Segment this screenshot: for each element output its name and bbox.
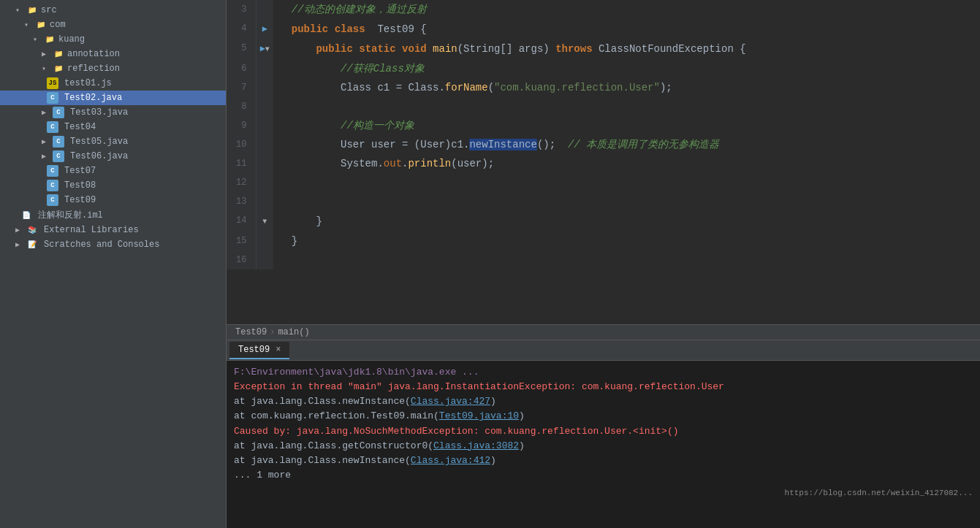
code-table: 3 //动态的创建对象，通过反射 4 ▶ public class Test09… (227, 0, 980, 269)
table-row: 11 System.out.println(user); (227, 154, 980, 173)
keyword-void: void (402, 43, 427, 55)
tab-close-icon[interactable]: × (276, 345, 281, 355)
sidebar-item-iml[interactable]: 📄 注解和反射.iml (0, 207, 226, 223)
sidebar-item-scratches[interactable]: ▶ 📝 Scratches and Consoles (0, 237, 226, 252)
sidebar-item-src[interactable]: ▾ 📁 src (0, 3, 226, 18)
line-code[interactable]: public class Test09 { (273, 19, 980, 39)
breadcrumb-file[interactable]: Test09 (235, 327, 267, 337)
folder-icon: 📁 (53, 48, 64, 60)
sidebar-label-reflection: reflection (67, 64, 120, 74)
sidebar-item-test04[interactable]: C Test04 (0, 120, 226, 134)
console-link-class412[interactable]: Class.java:412 (411, 455, 490, 466)
console-link-class3082[interactable]: Class.java:3082 (433, 440, 519, 451)
line-code[interactable]: } (273, 211, 980, 232)
line-number: 14 (227, 211, 256, 232)
console-line-stack1: at java.lang.Class.newInstance(Class.jav… (234, 394, 973, 409)
run-gutter[interactable]: ▶▼ (256, 39, 273, 59)
sidebar-item-annotation[interactable]: ▶ 📁 annotation (0, 47, 226, 61)
classname: Test09 { (371, 23, 427, 35)
table-row: 7 Class c1 = Class.forName("com.kuang.re… (227, 78, 980, 97)
scratches-icon: 📝 (26, 239, 38, 250)
sidebar-label-annotation: annotation (67, 49, 120, 59)
table-row: 13 (227, 192, 980, 211)
line-gutter (256, 232, 273, 250)
java-file-icon: C (47, 92, 58, 104)
console-stack-close: ) (490, 396, 496, 407)
line-code[interactable] (273, 173, 980, 192)
line-number: 11 (227, 154, 256, 173)
console-line-stack3: at java.lang.Class.getConstructor0(Class… (234, 439, 973, 454)
expand-arrow-icon: ▶ (12, 239, 23, 250)
fold-gutter[interactable]: ▼ (256, 211, 273, 232)
line-code[interactable]: } (273, 232, 980, 250)
line-gutter (256, 135, 273, 154)
fold-icon: ▼ (262, 218, 267, 226)
console-link-test09-10[interactable]: Test09.java:10 (439, 410, 519, 421)
breadcrumb-method[interactable]: main() (278, 327, 309, 337)
console-link-class427[interactable]: Class.java:427 (411, 396, 490, 407)
line-code[interactable]: public static void main(String[] args) t… (273, 39, 980, 59)
highlighted-method: newInstance (469, 139, 536, 150)
java-file-icon: C (47, 180, 58, 191)
run-icon: ▶ (260, 44, 265, 54)
sidebar-label-test09: Test09 (64, 195, 96, 205)
ext-libs-icon: 📚 (26, 224, 38, 236)
line-number: 3 (227, 0, 256, 19)
tab-test09[interactable]: Test09 × (229, 342, 289, 359)
line-number: 8 (227, 97, 256, 116)
comment-text: // 本质是调用了类的无参构造器 (568, 139, 719, 150)
line-code[interactable] (273, 97, 980, 116)
folder-icon: 📁 (26, 4, 38, 16)
line-number: 12 (227, 173, 256, 192)
sidebar-label-test07: Test07 (64, 166, 96, 176)
sidebar-item-reflection[interactable]: ▾ 📁 reflection (0, 61, 226, 76)
expand-arrow-icon: ▾ (29, 34, 41, 45)
editor-content[interactable]: 3 //动态的创建对象，通过反射 4 ▶ public class Test09… (227, 0, 980, 324)
console-stack-text: at com.kuang.reflection.Test09.main( (234, 410, 439, 421)
run-gutter[interactable]: ▶ (256, 19, 273, 39)
console-error-text: Exception in thread "main" java.lang.Ins… (234, 381, 724, 392)
sidebar-item-test07[interactable]: C Test07 (0, 164, 226, 178)
sidebar-item-test08[interactable]: C Test08 (0, 178, 226, 193)
line-code[interactable]: //构造一个对象 (273, 116, 980, 135)
console-panel[interactable]: F:\Environment\java\jdk1.8\bin\java.exe … (227, 360, 980, 528)
sidebar-item-test01[interactable]: JS test01.js (0, 76, 226, 91)
line-gutter (256, 0, 273, 19)
line-gutter (256, 173, 273, 192)
console-footer: https://blog.csdn.net/weixin_4127082... (234, 483, 973, 500)
sidebar-item-com[interactable]: ▾ 📁 com (0, 18, 226, 32)
editor-area: 3 //动态的创建对象，通过反射 4 ▶ public class Test09… (227, 0, 980, 528)
line-gutter (256, 250, 273, 269)
sidebar-label-test02: Test02.java (64, 93, 122, 103)
sidebar-label-com: com (50, 20, 66, 30)
sidebar-label-test03: Test03.java (70, 107, 128, 118)
sidebar-item-test09[interactable]: C Test09 (0, 193, 226, 207)
line-gutter (256, 154, 273, 173)
line-code[interactable]: //获得Class对象 (273, 59, 980, 78)
comment-text: //构造一个对象 (279, 120, 414, 131)
sidebar-item-test05[interactable]: ▶ C Test05.java (0, 134, 226, 149)
keyword-out: out (384, 158, 402, 169)
console-line-stack2: at com.kuang.reflection.Test09.main(Test… (234, 409, 973, 424)
sidebar-item-ext-libs[interactable]: ▶ 📚 External Libraries (0, 223, 226, 237)
line-code[interactable] (273, 192, 980, 211)
sidebar-item-test06[interactable]: ▶ C Test06.java (0, 149, 226, 164)
line-code[interactable] (273, 250, 980, 269)
sidebar-item-kuang[interactable]: ▾ 📁 kuang (0, 32, 226, 47)
line-code[interactable]: //动态的创建对象，通过反射 (273, 0, 980, 19)
sidebar-item-test03[interactable]: ▶ C Test03.java (0, 105, 226, 120)
keyword-public: public (316, 43, 352, 55)
line-code[interactable]: Class c1 = Class.forName("com.kuang.refl… (273, 78, 980, 97)
java-file-icon: C (53, 136, 64, 148)
sidebar-label-ext-libs: External Libraries (44, 225, 139, 235)
expand-arrow-icon: ▾ (20, 19, 32, 31)
expand-arrow-icon: ▶ (38, 136, 50, 148)
keyword-throws: throws (555, 43, 592, 55)
line-number: 7 (227, 78, 256, 97)
console-cmd-text: F:\Environment\java\jdk1.8\bin\java.exe … (234, 367, 479, 378)
line-code[interactable]: System.out.println(user); (273, 154, 980, 173)
table-row: 4 ▶ public class Test09 { (227, 19, 980, 39)
sidebar-item-test02[interactable]: C Test02.java (0, 91, 226, 105)
line-code[interactable]: User user = (User)c1.newInstance(); // 本… (273, 135, 980, 154)
line-gutter (256, 59, 273, 78)
